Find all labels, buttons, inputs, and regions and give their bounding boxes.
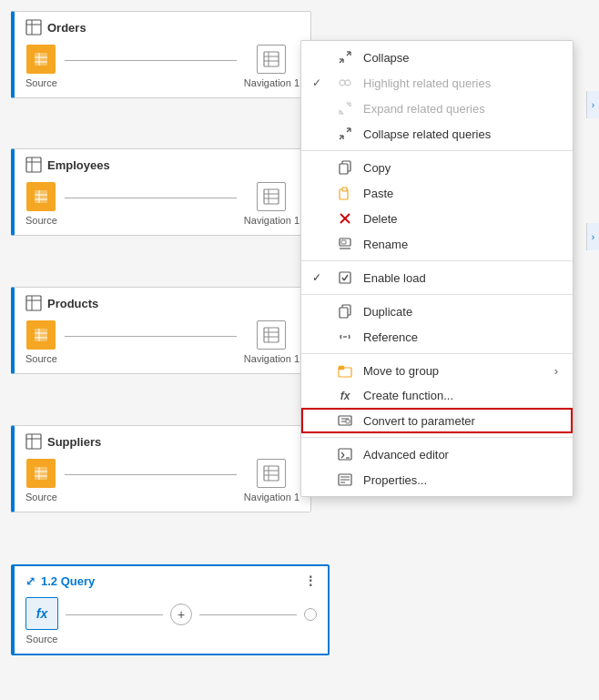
nav-icon: [257, 45, 286, 74]
menu-label-collapse-related: Collapse related queries: [363, 127, 491, 141]
suppliers-nav-label: Navigation 1: [244, 492, 300, 502]
products-body: Source Navigation 1: [25, 320, 300, 364]
canvas: Orders Source: [0, 0, 599, 700]
menu-item-collapse-related[interactable]: Collapse related queries: [301, 121, 573, 147]
employees-source-node: Source: [25, 182, 57, 226]
svg-rect-78: [340, 308, 348, 318]
svg-rect-3: [35, 53, 47, 66]
suppliers-nav-icon: [257, 459, 286, 488]
employees-title: Employees: [25, 157, 300, 173]
menu-item-convert-to-parameter[interactable]: Convert to parameter: [301, 408, 573, 433]
orders-title: Orders: [25, 19, 300, 36]
menu-item-advanced-editor[interactable]: Advanced editor: [301, 441, 573, 467]
menu-label-duplicate: Duplicate: [363, 305, 412, 319]
svg-rect-40: [264, 466, 279, 481]
svg-rect-22: [26, 296, 41, 310]
divider-1: [301, 150, 573, 151]
highlight-icon: [336, 76, 354, 90]
svg-rect-66: [340, 164, 348, 174]
paste-icon: [336, 186, 354, 200]
query-title: ⤢ 1.2 Query ⋮: [25, 573, 317, 588]
menu-label-highlight: Highlight related queries: [363, 76, 491, 90]
products-source-icon: [26, 320, 56, 350]
menu-item-rename[interactable]: Rename: [301, 231, 573, 257]
menu-label-create-function: Create function...: [363, 389, 453, 402]
collapse-related-icon: [336, 127, 354, 141]
menu-item-expand[interactable]: Expand related queries: [301, 96, 573, 121]
products-card: Products Source: [11, 287, 311, 374]
svg-point-50: [340, 80, 345, 86]
employees-card: Employees Source: [11, 148, 311, 236]
svg-rect-7: [264, 52, 279, 66]
menu-label-copy: Copy: [363, 161, 391, 175]
move-group-icon: [336, 363, 354, 378]
menu-label-collapse: Collapse: [363, 51, 410, 65]
products-title: Products: [25, 295, 300, 311]
menu-item-duplicate[interactable]: Duplicate: [301, 299, 573, 324]
menu-label-delete: Delete: [363, 212, 398, 226]
orders-source-label: Source: [25, 77, 57, 88]
connector3: [65, 336, 237, 337]
function-icon: fx: [336, 390, 354, 402]
query-expand-icon: ⤢: [25, 574, 36, 588]
svg-rect-29: [264, 328, 279, 342]
menu-label-properties: Properties...: [363, 473, 427, 487]
scroll-indicator-right: ›: [586, 91, 599, 118]
orders-card: Orders Source: [11, 11, 311, 98]
advanced-icon: [336, 447, 354, 462]
employees-nav-node: Navigation 1: [244, 182, 300, 226]
products-table-icon: [25, 295, 42, 311]
divider-2: [301, 260, 573, 261]
connector6: [199, 614, 297, 615]
enable-icon: [336, 270, 354, 285]
query-dots-icon: ⋮: [304, 573, 317, 588]
menu-item-paste[interactable]: Paste: [301, 180, 573, 206]
divider-5: [301, 437, 573, 438]
svg-rect-25: [35, 329, 47, 341]
query-card: ⤢ 1.2 Query ⋮ fx Source +: [11, 564, 330, 655]
menu-item-collapse[interactable]: Collapse: [301, 45, 573, 70]
plus-icon[interactable]: +: [170, 604, 192, 625]
employees-nav-icon: [257, 182, 286, 211]
svg-rect-85: [346, 420, 350, 423]
employees-source-label: Source: [25, 215, 57, 226]
orders-nav-label: Navigation 1: [244, 77, 300, 88]
duplicate-icon: [336, 304, 354, 319]
table-title-icon: [25, 19, 42, 36]
menu-label-enable-load: Enable load: [363, 271, 426, 285]
menu-item-delete[interactable]: Delete: [301, 206, 573, 231]
svg-rect-81: [339, 366, 344, 370]
convert-icon: [336, 413, 354, 428]
suppliers-source-node: Source: [25, 459, 57, 502]
svg-rect-18: [264, 189, 279, 204]
products-nav-label: Navigation 1: [244, 353, 300, 364]
query-source-label: Source: [26, 634, 58, 644]
expand-icon: [336, 101, 354, 116]
menu-label-paste: Paste: [363, 187, 393, 200]
menu-item-copy[interactable]: Copy: [301, 155, 573, 180]
products-nav-icon: [257, 320, 286, 350]
svg-line-76: [344, 275, 348, 280]
fx-icon: fx: [25, 597, 58, 630]
menu-item-highlight[interactable]: ✓ Highlight related queries: [301, 70, 573, 96]
circle-endpoint: [304, 608, 317, 621]
menu-item-create-function[interactable]: fx Create function...: [301, 383, 573, 408]
employees-body: Source Navigation 1: [25, 182, 300, 226]
properties-icon: [336, 472, 354, 487]
svg-rect-68: [342, 188, 347, 191]
menu-item-properties[interactable]: Properties...: [301, 467, 573, 492]
menu-label-move-to-group: Move to group: [363, 364, 439, 378]
menu-item-move-to-group[interactable]: Move to group ›: [301, 358, 573, 383]
source-icon: [26, 45, 56, 74]
menu-item-enable-load[interactable]: ✓ Enable load: [301, 265, 573, 290]
connector2: [65, 198, 237, 198]
suppliers-source-icon: [26, 459, 56, 488]
menu-label-rename: Rename: [363, 238, 408, 251]
rename-icon: [336, 237, 354, 251]
suppliers-source-label: Source: [25, 492, 57, 502]
orders-body: Source Navigation 1: [25, 45, 300, 88]
svg-rect-73: [341, 240, 346, 244]
context-menu: Collapse ✓ Highlight related queries: [300, 40, 574, 497]
employees-source-icon: [26, 182, 56, 211]
menu-item-reference[interactable]: Reference: [301, 324, 573, 350]
